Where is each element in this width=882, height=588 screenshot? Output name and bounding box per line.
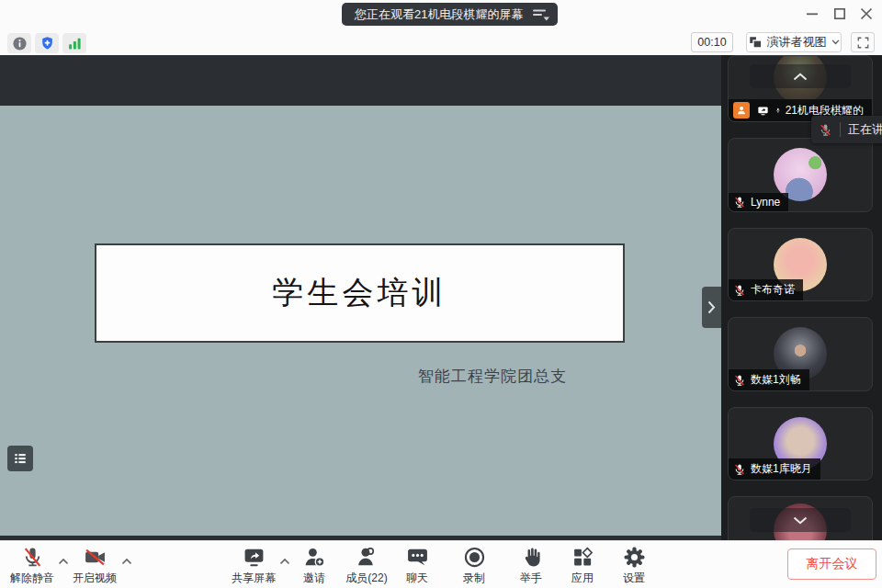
mic-muted-icon	[733, 463, 746, 476]
maximize-button[interactable]	[827, 1, 853, 27]
apps-grid-icon	[571, 546, 594, 569]
minimize-button[interactable]	[799, 1, 825, 27]
security-button[interactable]	[35, 33, 59, 53]
chevron-right-icon	[707, 300, 716, 314]
participant-name: 数媒1刘畅	[751, 372, 801, 388]
participant-tile[interactable]: 数媒1刘畅	[728, 317, 873, 391]
members-label: 成员(22)	[345, 571, 387, 586]
members-icon	[356, 546, 379, 569]
screen-share-icon	[757, 105, 769, 117]
shield-icon	[40, 36, 55, 51]
info-icon	[12, 36, 28, 51]
record-label: 录制	[463, 571, 485, 586]
participant-name: 卡布奇诺	[751, 282, 795, 298]
screen-watch-text: 您正在观看21机电段棋耀的屏幕	[355, 6, 523, 23]
screen-watch-banner: 您正在观看21机电段棋耀的屏幕	[342, 3, 558, 26]
camera-off-icon	[84, 546, 107, 569]
network-status-button[interactable]	[62, 33, 86, 53]
participant-name-label: Lynne	[729, 193, 788, 211]
apps-button[interactable]: 应用	[553, 546, 612, 586]
participant-tile[interactable]: 卡布奇诺	[728, 228, 873, 301]
host-badge	[733, 102, 750, 119]
top-toolbar: 00:10 演讲者视图	[0, 28, 882, 55]
signal-bars-icon	[67, 36, 83, 51]
fullscreen-icon	[856, 36, 870, 50]
view-selector[interactable]: 演讲者视图	[746, 32, 842, 52]
slide-title-box: 学生会培训	[95, 243, 625, 343]
view-selector-label: 演讲者视图	[767, 34, 827, 51]
apps-label: 应用	[571, 571, 594, 586]
title-bar: 您正在观看21机电段棋耀的屏幕	[0, 0, 882, 28]
minimize-icon	[803, 5, 821, 23]
start-video-label: 开启视频	[73, 571, 117, 586]
video-options-caret[interactable]	[121, 558, 132, 565]
mic-muted-icon	[21, 546, 44, 569]
unmute-button[interactable]: 解除静音	[3, 546, 62, 586]
participant-tile[interactable]: Lynne	[728, 138, 873, 212]
meeting-info-button[interactable]	[7, 33, 31, 53]
slide-title: 学生会培训	[273, 272, 447, 314]
raise-hand-button[interactable]: 举手	[502, 546, 560, 586]
mic-on-icon	[775, 104, 781, 117]
sidebar-collapse-toggle[interactable]	[702, 287, 721, 328]
start-video-button[interactable]: 开启视频	[65, 546, 124, 586]
chat-button[interactable]: 聊天	[388, 546, 447, 586]
leave-meeting-button[interactable]: 离开会议	[787, 548, 876, 580]
chevron-down-icon	[831, 40, 840, 45]
close-icon	[857, 5, 876, 23]
chevron-up-icon	[793, 73, 808, 81]
fullscreen-button[interactable]	[851, 32, 875, 52]
participant-tile-partial[interactable]	[728, 496, 873, 540]
layout-view-icon	[749, 36, 763, 50]
maximize-icon	[831, 5, 849, 23]
scroll-up-button[interactable]	[750, 64, 851, 88]
gear-icon	[623, 546, 646, 569]
screen-sharing-badge	[754, 102, 771, 119]
banner-menu-icon[interactable]	[532, 8, 550, 21]
close-button[interactable]	[854, 1, 879, 27]
unmute-label: 解除静音	[10, 571, 54, 586]
participant-tile-presenter[interactable]: 21机电段棋耀的	[728, 55, 873, 122]
chat-label: 聊天	[406, 571, 428, 586]
record-icon	[463, 546, 486, 569]
tooltip-divider	[840, 122, 841, 137]
settings-button[interactable]: 设置	[605, 546, 663, 586]
presentation-slide: 学生会培训 智能工程学院团总支	[0, 106, 721, 536]
bottom-toolbar: 解除静音 开启视频 共享屏幕	[0, 540, 882, 588]
speaking-tooltip-text: 正在讲话	[848, 121, 882, 138]
speaking-tooltip: 正在讲话	[811, 116, 882, 143]
meeting-timer: 00:10	[691, 32, 733, 52]
invite-button[interactable]: 邀请	[285, 546, 344, 586]
participant-name-label: 数媒1库晓月	[729, 458, 820, 480]
shared-screen-area: 学生会培训 智能工程学院团总支	[0, 55, 721, 540]
mic-muted-icon	[733, 374, 746, 387]
slide-subtitle: 智能工程学院团总支	[412, 366, 573, 387]
participant-name: Lynne	[751, 196, 780, 209]
participant-tile[interactable]: 数媒1库晓月	[728, 407, 873, 481]
share-screen-button[interactable]: 共享屏幕	[224, 546, 283, 586]
participant-name-label: 数媒1刘畅	[729, 369, 809, 390]
share-screen-icon	[243, 546, 266, 569]
mic-muted-icon	[733, 284, 746, 297]
scroll-down-button[interactable]	[750, 508, 851, 532]
raise-hand-label: 举手	[520, 571, 542, 586]
mic-muted-icon	[819, 123, 832, 137]
settings-label: 设置	[623, 571, 645, 586]
invite-icon	[303, 546, 326, 569]
list-icon	[12, 450, 28, 467]
record-button[interactable]: 录制	[445, 546, 503, 586]
share-screen-label: 共享屏幕	[232, 571, 276, 586]
raise-hand-icon	[520, 546, 543, 569]
mic-muted-icon	[733, 196, 746, 209]
person-icon	[736, 105, 747, 116]
meeting-window: 您正在观看21机电段棋耀的屏幕	[0, 0, 882, 588]
participant-name: 数媒1库晓月	[751, 461, 812, 477]
invite-label: 邀请	[303, 571, 325, 586]
chat-icon	[406, 546, 429, 569]
participant-name-label: 卡布奇诺	[729, 279, 803, 300]
annotation-list-button[interactable]	[7, 446, 33, 471]
chevron-down-icon	[793, 516, 808, 525]
